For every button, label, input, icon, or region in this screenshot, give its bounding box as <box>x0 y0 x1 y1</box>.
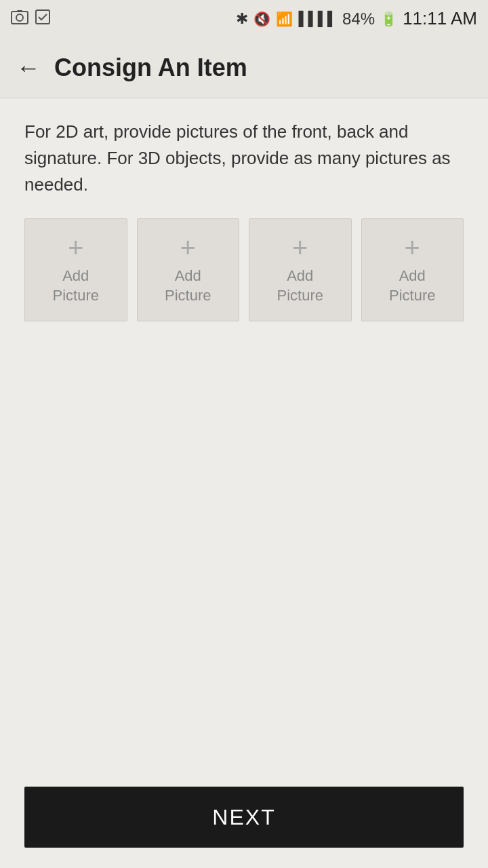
add-icon-3: + <box>292 234 308 261</box>
add-picture-1[interactable]: + AddPicture <box>24 218 127 321</box>
back-arrow-icon: ← <box>16 56 41 80</box>
battery-percentage: 84% <box>342 9 375 28</box>
header: ← Consign An Item <box>0 37 488 98</box>
bottom-button-container: NEXT <box>24 787 464 848</box>
add-picture-label-4: AddPicture <box>389 267 435 305</box>
main-content: For 2D art, provide pictures of the fron… <box>0 98 488 342</box>
status-bar-right: ✱ 🔇 📶 ▌▌▌▌ 84% 🔋 11:11 AM <box>236 8 477 29</box>
svg-point-1 <box>16 14 23 21</box>
photo-icon <box>11 9 28 28</box>
wifi-icon: 📶 <box>276 11 293 27</box>
page-title: Consign An Item <box>54 54 247 82</box>
add-picture-label-1: AddPicture <box>53 267 99 305</box>
add-picture-label-3: AddPicture <box>277 267 323 305</box>
add-icon-2: + <box>180 234 196 261</box>
description-text: For 2D art, provide pictures of the fron… <box>24 119 464 198</box>
add-picture-4[interactable]: + AddPicture <box>361 218 464 321</box>
battery-icon: 🔋 <box>380 11 397 27</box>
add-icon-4: + <box>405 234 420 261</box>
status-bar-left <box>11 9 50 28</box>
back-button[interactable]: ← <box>16 56 41 80</box>
bluetooth-icon: ✱ <box>236 10 248 28</box>
status-time: 11:11 AM <box>403 8 477 29</box>
svg-rect-0 <box>12 12 28 24</box>
svg-rect-2 <box>17 10 22 12</box>
add-picture-label-2: AddPicture <box>165 267 211 305</box>
next-button[interactable]: NEXT <box>24 787 464 848</box>
add-picture-2[interactable]: + AddPicture <box>137 218 240 321</box>
add-icon-1: + <box>68 234 83 261</box>
add-picture-3[interactable]: + AddPicture <box>249 218 352 321</box>
signal-icon: ▌▌▌▌ <box>298 11 337 26</box>
status-bar: ✱ 🔇 📶 ▌▌▌▌ 84% 🔋 11:11 AM <box>0 0 488 37</box>
mute-icon: 🔇 <box>253 11 270 27</box>
picture-grid: + AddPicture + AddPicture + AddPicture +… <box>24 218 464 321</box>
svg-rect-3 <box>36 10 49 24</box>
checkbox-icon <box>35 9 50 28</box>
